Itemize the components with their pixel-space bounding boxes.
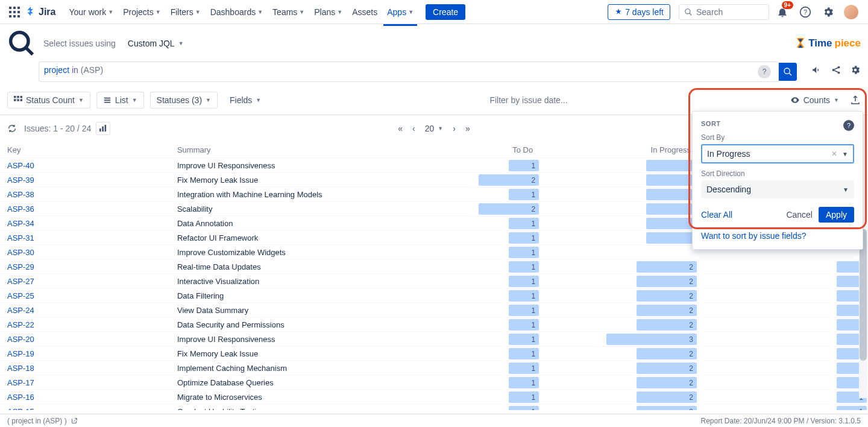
todo-bar: 1 — [509, 261, 539, 273]
profile-avatar[interactable] — [841, 2, 861, 22]
issue-key-link[interactable]: ASP-36 — [7, 204, 34, 214]
issue-key-link[interactable]: ASP-40 — [7, 161, 34, 170]
issue-key-link[interactable]: ASP-34 — [7, 219, 34, 228]
col-summary[interactable]: Summary — [170, 142, 382, 159]
product-name: Jira — [39, 7, 55, 17]
page-next-icon[interactable]: › — [453, 124, 456, 133]
issue-range: Issues: 1 - 20 / 24 — [24, 124, 91, 133]
svg-line-20 — [834, 68, 838, 69]
clear-sortby-icon[interactable]: ✕ — [831, 150, 837, 158]
table-row: ASP-17Optimize Database Queries121 — [0, 376, 868, 390]
notifications-icon[interactable]: 9+ — [773, 2, 792, 22]
refresh-icon[interactable] — [7, 124, 17, 133]
nav-assets[interactable]: Assets — [347, 5, 382, 19]
clear-all-link[interactable]: Clear All — [701, 210, 732, 220]
issue-key-link[interactable]: ASP-16 — [7, 393, 34, 402]
issue-key-link[interactable]: ASP-25 — [7, 291, 34, 300]
date-filter-hint[interactable]: Filter by issue date... — [273, 95, 784, 105]
create-button[interactable]: Create — [426, 4, 465, 20]
counts-toggle[interactable]: Counts▼ — [790, 95, 839, 105]
issue-key-link[interactable]: ASP-29 — [7, 262, 34, 271]
issue-key-link[interactable]: ASP-39 — [7, 176, 34, 185]
nav-filters[interactable]: Filters ▼ — [166, 5, 206, 19]
nav-apps[interactable]: Apps ▼ — [382, 5, 418, 19]
app-settings-icon[interactable] — [850, 65, 861, 75]
nav-projects[interactable]: Projects ▼ — [118, 5, 166, 19]
help-icon[interactable]: ? — [796, 2, 815, 22]
run-query-button[interactable] — [779, 63, 797, 81]
trial-days-left[interactable]: 7 days left — [608, 4, 670, 20]
list-view-dropdown[interactable]: List▼ — [96, 92, 144, 109]
table-row: ASP-15Conduct Usability Testing121 — [0, 405, 868, 411]
nav-your-work[interactable]: Your work ▼ — [64, 5, 118, 19]
chart-toggle-button[interactable] — [96, 122, 110, 135]
svg-point-9 — [685, 8, 690, 13]
col-inprogress[interactable]: In Progress — [540, 142, 698, 159]
nav-teams[interactable]: Teams ▼ — [268, 5, 309, 19]
issue-key-link[interactable]: ASP-19 — [7, 349, 34, 358]
issue-key-link[interactable]: ASP-24 — [7, 306, 34, 315]
svg-rect-8 — [17, 15, 20, 17]
svg-rect-24 — [20, 96, 23, 98]
share-icon[interactable] — [831, 65, 841, 75]
settings-icon[interactable] — [819, 2, 838, 22]
todo-bar: 1 — [509, 189, 539, 200]
issue-key-link[interactable]: ASP-15 — [7, 407, 34, 410]
top-nav: Jira Your work ▼Projects ▼Filters ▼Dashb… — [0, 0, 868, 24]
table-row: ASP-22Data Security and Permissions121 — [0, 318, 868, 332]
page-prev-icon[interactable]: ‹ — [412, 124, 415, 133]
cancel-button[interactable]: Cancel — [786, 210, 813, 220]
sort-help-icon[interactable]: ? — [843, 120, 854, 131]
app-switcher-icon[interactable] — [7, 5, 22, 19]
fields-dropdown[interactable]: Fields▼ — [224, 92, 267, 108]
todo-bar: 1 — [509, 160, 539, 171]
nav-dashboards[interactable]: Dashboards ▼ — [206, 5, 268, 19]
sort-by-fields-link[interactable]: Want to sort by issue fields? — [701, 231, 854, 241]
issue-key-link[interactable]: ASP-31 — [7, 233, 34, 242]
page-size-dropdown[interactable]: 20 ▼ — [425, 124, 444, 133]
todo-bar: 1 — [509, 377, 539, 388]
svg-text:?: ? — [804, 8, 807, 16]
col-key[interactable]: Key — [0, 142, 170, 159]
issue-key-link[interactable]: ASP-17 — [7, 378, 34, 387]
issue-key-link[interactable]: ASP-18 — [7, 364, 34, 373]
svg-rect-7 — [13, 15, 16, 17]
summary-cell: Data Annotation — [170, 217, 382, 231]
jql-help-icon[interactable]: ? — [758, 65, 771, 78]
table-row: ASP-19Fix Memory Leak Issue121 — [0, 347, 868, 361]
todo-bar: 2 — [479, 203, 539, 215]
issue-key-link[interactable]: ASP-22 — [7, 320, 34, 329]
statuses-filter[interactable]: Statuses (3)▼ — [150, 92, 218, 109]
page-first-icon[interactable]: « — [398, 124, 403, 133]
apply-button[interactable]: Apply — [819, 207, 854, 223]
inprogress-bar: 2 — [637, 377, 697, 388]
global-search-input[interactable]: Search — [679, 4, 769, 20]
jql-mode-dropdown[interactable]: Custom JQL ▼ — [122, 36, 190, 51]
svg-rect-22 — [14, 96, 16, 98]
issue-key-link[interactable]: ASP-27 — [7, 277, 34, 286]
status-count-dropdown[interactable]: Status Count▼ — [7, 92, 90, 109]
sort-by-select[interactable]: In Progress ✕ ▼ — [701, 144, 854, 163]
nav-plans[interactable]: Plans ▼ — [309, 5, 347, 19]
inprogress-bar: 2 — [637, 406, 697, 410]
col-todo[interactable]: To Do — [382, 142, 540, 159]
summary-cell: Scalability — [170, 202, 382, 217]
export-icon[interactable] — [850, 95, 861, 106]
sort-direction-select[interactable]: Descending ▼ — [701, 180, 854, 198]
jira-icon — [25, 7, 36, 17]
todo-bar: 1 — [509, 290, 539, 302]
notif-badge: 9+ — [782, 1, 793, 9]
jira-logo[interactable]: Jira — [25, 7, 55, 17]
svg-rect-0 — [9, 7, 11, 9]
open-external-icon[interactable] — [71, 417, 78, 425]
issue-key-link[interactable]: ASP-38 — [7, 190, 34, 199]
issue-key-link[interactable]: ASP-20 — [7, 335, 34, 344]
jql-input[interactable]: project in (ASP) ? — [39, 62, 779, 82]
extra-bar: 1 — [837, 406, 867, 410]
issue-key-link[interactable]: ASP-30 — [7, 248, 34, 257]
announce-icon[interactable] — [811, 65, 822, 75]
inprogress-bar: 2 — [637, 348, 697, 359]
svg-rect-6 — [9, 15, 11, 17]
chevron-down-icon: ▼ — [843, 186, 849, 193]
page-last-icon[interactable]: » — [465, 124, 470, 133]
